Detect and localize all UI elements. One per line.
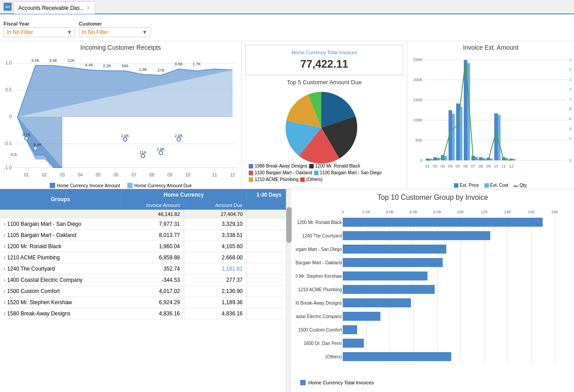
pie-leg-box-5: [249, 177, 253, 182]
svg-point-24: [123, 138, 127, 141]
svg-text:100: 100: [569, 97, 571, 101]
row-due: 2,668.00: [184, 252, 246, 263]
row-days: [246, 297, 291, 308]
svg-text:9.8K: 9.8K: [175, 62, 183, 66]
svg-text:18K: 18K: [551, 210, 558, 214]
svg-rect-95: [490, 159, 493, 160]
incoming-receipts-title: Incoming Customer Receipts: [2, 44, 239, 51]
legend-ext-price: Ext. Price: [454, 183, 479, 188]
table-row[interactable]: ›1520 Mr. Stephen Kershaw 6,924.29 1,189…: [0, 297, 291, 308]
legend-due-box: [127, 183, 133, 188]
svg-text:60: 60: [569, 116, 571, 121]
legend-invoice-label: Home Currency Invoice Amount: [57, 183, 120, 188]
bottom-section: Groups Home Currency 1-30 Days Invoice A…: [0, 189, 574, 392]
table-body: ›1100 Bargain Mart - San Diego 7,977.31 …: [0, 219, 291, 319]
svg-text:10: 10: [494, 164, 498, 168]
bar-chart-title: Top 10 Customer Group by Invoice: [296, 194, 570, 202]
table-row[interactable]: ›1500 Custom Comfort 4,017.02 2,136.90: [0, 286, 291, 297]
svg-point-21: [34, 146, 37, 150]
svg-text:01: 01: [425, 164, 430, 168]
svg-text:-0.5: -0.5: [4, 141, 12, 146]
svg-text:1.0: 1.0: [5, 60, 12, 65]
row-due: 2,136.90: [184, 286, 246, 297]
svg-text:0: 0: [9, 114, 12, 119]
row-name: ›1200 Mr. Ronald Black: [0, 241, 121, 252]
svg-text:0.5: 0.5: [5, 87, 12, 92]
invoice-ext-title: Invoice Ext. Amount: [410, 44, 571, 51]
table-section: Groups Home Currency 1-30 Days Invoice A…: [0, 189, 291, 392]
row-invoice: 352.74: [121, 263, 184, 275]
svg-text:09: 09: [486, 164, 491, 168]
table-row[interactable]: ›1210 ACME Plumbing 6,859.88 2,668.00: [0, 252, 291, 263]
row-name: ›1210 ACME Plumbing: [0, 252, 121, 263]
totals-label: [0, 210, 121, 219]
svg-text:180: 180: [569, 57, 571, 62]
row-days: [246, 286, 291, 297]
row-invoice: -344.53: [121, 275, 184, 286]
legend-invoice: Home Currency Invoice Amount: [50, 183, 120, 188]
svg-point-20: [25, 137, 28, 140]
svg-text:1520 Mr. Stephen Kershaw: 1520 Mr. Stephen Kershaw: [296, 274, 342, 279]
svg-text:8.4K: 8.4K: [34, 142, 42, 147]
svg-text:3.4K: 3.4K: [31, 58, 40, 63]
svg-text:20: 20: [569, 136, 571, 141]
fiscal-year-select[interactable]: In No Filter ▼: [4, 27, 75, 37]
svg-text:1240 The Courtyard: 1240 The Courtyard: [302, 233, 342, 238]
row-name: ›1105 Bargain Mart - Oakland: [0, 230, 121, 241]
customer-arrow: ▼: [142, 29, 147, 35]
pie-leg-label-4: 1100 Bargain Mart - San Diego: [320, 170, 382, 175]
svg-text:2.0K: 2.0K: [363, 210, 371, 214]
table-row[interactable]: ›1240 The Courtyard 352.74 1,181.81: [0, 263, 291, 275]
table-row[interactable]: ›1100 Bargain Mart - San Diego 7,977.31 …: [0, 219, 291, 230]
legend-due: Home Currency Amount Due: [127, 183, 192, 188]
svg-text:8.0K: 8.0K: [433, 210, 442, 214]
days-header: 1-30 Days: [246, 189, 291, 201]
row-name: ›1100 Bargain Mart - San Diego: [0, 219, 121, 230]
app-header: AR Accounts Receivable Das... ×: [0, 0, 574, 14]
expand-icon: ›: [4, 254, 5, 261]
pie-leg-label-3: 1100 Bargain Mart - Oakland: [255, 170, 312, 175]
pie-legend-2: 1200 Mr. Ronald Black: [309, 164, 360, 168]
scrollbar-thumb[interactable]: [286, 207, 292, 243]
ext-price-label: Ext. Price: [460, 183, 479, 188]
expand-icon: ›: [4, 299, 5, 306]
pie-leg-label-2: 1200 Mr. Ronald Black: [315, 164, 360, 168]
bar-bm-sandiego: [343, 245, 446, 254]
svg-text:1.7K: 1.7K: [193, 62, 201, 66]
svg-text:(Others): (Others): [325, 354, 342, 359]
table-row[interactable]: ›1580 Break-Away Designs 4,836.16 4,836.…: [0, 308, 291, 319]
svg-text:04: 04: [78, 172, 83, 177]
table-row[interactable]: ›1200 Mr. Ronald Black 1,960.04 4,165.60: [0, 241, 291, 252]
svg-text:12: 12: [509, 164, 514, 168]
svg-text:1200 Mr. Ronald Black: 1200 Mr. Ronald Black: [297, 220, 342, 225]
svg-text:100K: 100K: [413, 118, 423, 122]
svg-text:120: 120: [569, 87, 571, 91]
pie-title: Top 5 Customer Amount Due: [245, 79, 403, 86]
table-row[interactable]: ›1105 Bargain Mart - Oakland 8,013.77 3,…: [0, 230, 291, 241]
svg-text:12: 12: [230, 172, 236, 177]
row-due: 1,189.36: [184, 297, 246, 308]
svg-text:02: 02: [42, 172, 47, 177]
tab-close[interactable]: ×: [87, 5, 90, 11]
svg-text:07: 07: [471, 164, 475, 168]
svg-text:200K: 200K: [413, 78, 423, 82]
tab-bar: Accounts Receivable Das... ×: [13, 1, 95, 14]
svg-rect-89: [445, 156, 447, 160]
svg-text:1600 Dr. Dan Penn: 1600 Dr. Dan Penn: [304, 341, 342, 346]
svg-text:-1.0: -1.0: [4, 165, 12, 170]
customer-select[interactable]: In No Filter ▼: [79, 27, 151, 37]
groups-header: Groups: [0, 189, 121, 210]
table-row[interactable]: ›1400 Coastal Electric Company -344.53 2…: [0, 275, 291, 286]
row-name: ›1400 Coastal Electric Company: [0, 275, 121, 286]
svg-text:1210 ACME Plumbing: 1210 ACME Plumbing: [298, 287, 342, 292]
pie-legend-4: 1100 Bargain Mart - San Diego: [314, 170, 382, 175]
table-header-row1: Groups Home Currency 1-30 Days: [0, 189, 291, 201]
svg-text:11: 11: [501, 164, 506, 168]
svg-text:03: 03: [60, 172, 65, 177]
bar-chart-section: Top 10 Customer Group by Invoice 0 2.0K …: [291, 189, 574, 392]
scrollbar[interactable]: [286, 189, 291, 392]
svg-text:06: 06: [114, 172, 119, 177]
svg-text:12K: 12K: [481, 210, 488, 214]
row-invoice: 8,013.77: [121, 230, 184, 241]
row-days: [246, 275, 291, 286]
